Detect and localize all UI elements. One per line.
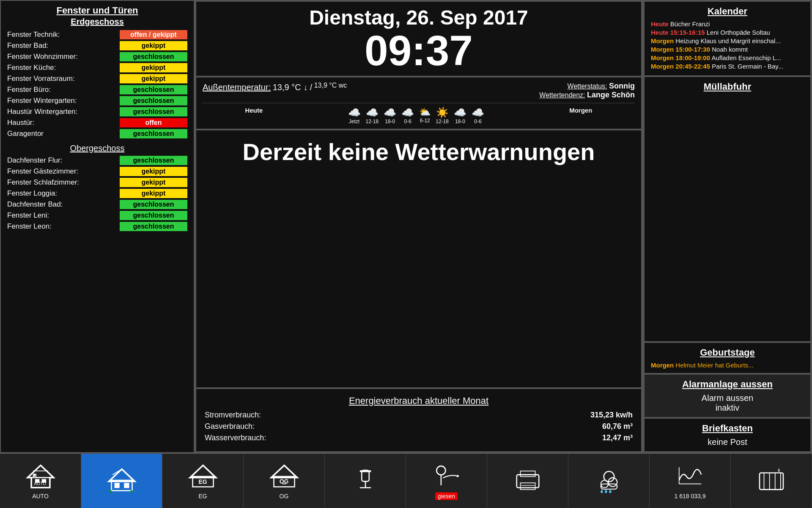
energy-value: 315,23 kw/h	[590, 411, 633, 420]
energy-label: Wasserverbrauch:	[205, 433, 266, 442]
nav-item-floor-eg[interactable]: EG EG	[162, 454, 244, 508]
svg-text:🌡: 🌡	[777, 467, 782, 472]
geburtstage-section: Geburtstage Morgen Helmut Meier hat Gebu…	[644, 342, 811, 374]
status-badge: geschlossen	[120, 222, 187, 231]
forecast-time-label: 12-18	[366, 119, 379, 124]
window-row: Fenster Loggia: gekippt	[7, 189, 187, 198]
status-badge: gekippt	[120, 178, 187, 187]
energy-rows: Stromverbrauch: 315,23 kw/h Gasverbrauch…	[205, 411, 633, 442]
window-row: Fenster Wohnzimmer: geschlossen	[7, 52, 187, 61]
window-label: Fenster Wohnzimmer:	[7, 52, 120, 61]
forecast-col: ⛅6-12	[419, 107, 431, 124]
cloud-sun-icon: ⛅	[419, 107, 431, 118]
time-display: 09:37	[205, 29, 633, 72]
nav-icon-floor-eg: EG	[188, 463, 218, 492]
calendar-item: Heute 15:15-16:15 Leni Orthopäde Soltau	[651, 29, 804, 36]
svg-rect-22	[359, 470, 370, 472]
nav-item-house-auto[interactable]: AUTO 📊 AUTO	[0, 454, 81, 508]
energy-label: Stromverbrauch:	[205, 411, 261, 420]
cal-prefix: Morgen	[651, 37, 674, 44]
status-badge: gekippt	[120, 189, 187, 198]
svg-text:🌲: 🌲	[129, 489, 133, 493]
window-row: Fenster Leni: geschlossen	[7, 211, 187, 220]
forecast-time-label: 0-6	[474, 119, 481, 124]
nav-item-garden[interactable]: giesen	[406, 454, 487, 508]
erdgeschoss-rows: Fenster Technik: offen / gekippt Fenster…	[7, 30, 187, 138]
svg-rect-30	[520, 483, 535, 489]
nav-icon-stats	[675, 463, 705, 492]
cal-text: Aufladen Essenschip L...	[710, 54, 781, 61]
weather-status-label: Wetterstatus:	[568, 83, 607, 90]
window-label: Fenster Technik:	[7, 30, 120, 39]
status-badge: geschlossen	[120, 96, 187, 105]
nav-item-floor-og[interactable]: OG OG	[244, 454, 325, 508]
energy-title: Energieverbrauch aktueller Monat	[205, 395, 633, 406]
window-label: Dachfenster Bad:	[7, 200, 120, 209]
weather-trend-val: Lange Schön	[587, 91, 635, 99]
nav-item-house-overview[interactable]: 🌲 🌲	[81, 454, 162, 508]
window-label: Garagentor	[7, 130, 120, 138]
status-badge: geschlossen	[120, 107, 187, 116]
weather-block: Außentemperatur: 13,9 °C ↓ / 13,9 °C wc …	[195, 77, 642, 130]
svg-text:📊: 📊	[32, 473, 36, 477]
status-badge: gekippt	[120, 74, 187, 83]
kalender-section: Kalender Heute Bücher FranziHeute 15:15-…	[644, 1, 811, 76]
svg-point-27	[456, 475, 458, 477]
cal-prefix: Heute 15:15-16:15	[651, 29, 705, 36]
status-badge: gekippt	[120, 167, 187, 176]
bottom-nav[interactable]: AUTO 📊 AUTO 🌲 🌲 EG EG OG OG giesen	[0, 453, 812, 508]
nav-label-floor-eg: EG	[198, 493, 207, 500]
energy-block: Energieverbrauch aktueller Monat Stromve…	[195, 388, 642, 452]
warning-block: Derzeit keine Wetterwarnungen	[195, 130, 642, 388]
forecast-col: ☁️0-6	[401, 107, 414, 124]
nav-icon-floor-og: OG	[269, 463, 299, 492]
forecast-col: ☁️12-18	[366, 107, 379, 124]
nav-item-heating[interactable]: 🌡	[731, 454, 812, 508]
svg-text:EG: EG	[198, 478, 207, 485]
window-label: Fenster Leni:	[7, 211, 120, 220]
outside-temp-label: Außentemperatur:	[203, 83, 271, 92]
nav-icon-light	[351, 467, 380, 496]
left-panel: Fenster und Türen Erdgeschoss Fenster Te…	[0, 0, 195, 453]
energy-label: Gasverbrauch:	[205, 422, 255, 431]
nav-icon-printer	[513, 467, 543, 496]
status-badge: offen	[120, 118, 187, 127]
muell-title: Müllabfuhr	[651, 81, 804, 92]
status-badge: gekippt	[120, 63, 187, 72]
forecast-time-label: 6-12	[420, 118, 430, 124]
window-label: Fenster Schlafzimmer:	[7, 178, 120, 187]
cal-prefix: Heute	[651, 20, 669, 28]
forecast-time-label: 0-6	[404, 119, 411, 124]
calendar-item: Heute Bücher Franzi	[651, 20, 804, 28]
window-row: Fenster Leon: geschlossen	[7, 222, 187, 231]
cloud-icon: ☁️	[366, 107, 379, 119]
calendar-item: Morgen 15:00-17:30 Noah kommt	[651, 46, 804, 53]
window-label: Haustür:	[7, 119, 120, 127]
cloud-icon: ☁️	[348, 107, 361, 119]
window-label: Fenster Leon:	[7, 222, 120, 231]
nav-icon-house-overview: 🌲 🌲	[107, 467, 137, 496]
nav-icon-heating: 🌡	[757, 467, 786, 496]
nav-item-light[interactable]	[325, 454, 406, 508]
window-label: Fenster Vorratsraum:	[7, 75, 120, 83]
cal-text: Leni Orthopäde Soltau	[705, 29, 770, 36]
window-label: Fenster Küche:	[7, 64, 120, 72]
geburtstage-items: Morgen Helmut Meier hat Geburts...	[651, 362, 804, 369]
window-label: Fenster Gästezimmer:	[7, 167, 120, 176]
geburtstage-item: Morgen Helmut Meier hat Geburts...	[651, 362, 804, 369]
window-label: Dachfenster Flur:	[7, 156, 120, 165]
status-badge: geschlossen	[120, 129, 187, 138]
window-row: Dachfenster Flur: geschlossen	[7, 156, 187, 165]
briefkasten-title: Briefkasten	[651, 423, 804, 434]
cloud-icon: ☁️	[454, 107, 466, 119]
nav-icon-garden	[432, 462, 461, 491]
window-label: Haustür Wintergarten:	[7, 108, 120, 116]
status-badge: geschlossen	[120, 156, 187, 165]
nav-item-printer[interactable]	[487, 454, 568, 508]
nav-item-stats[interactable]: 1 618 033,9	[650, 454, 731, 508]
alarm-status: Alarm aussen inaktiv	[651, 393, 804, 413]
window-row: Fenster Vorratsraum: gekippt	[7, 74, 187, 83]
nav-icon-house-auto: AUTO 📊	[26, 463, 55, 492]
alarm-section: Alarmanlage aussen Alarm aussen inaktiv	[644, 374, 811, 418]
nav-item-weather2[interactable]: 💧💧💧	[568, 454, 650, 508]
